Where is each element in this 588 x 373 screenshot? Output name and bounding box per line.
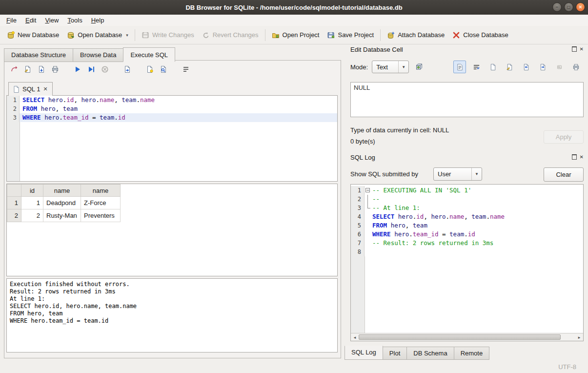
print-icon[interactable] xyxy=(569,61,582,73)
column-header-name2[interactable]: name xyxy=(81,185,121,197)
sql-editor[interactable]: 1 SELECT hero.id, hero.name, team.name 2… xyxy=(6,95,338,182)
cell-editor-area[interactable]: NULL xyxy=(350,82,584,117)
close-button[interactable]: ✕ xyxy=(576,2,585,12)
new-document-icon[interactable] xyxy=(487,61,499,73)
line-number: 2 xyxy=(7,104,20,113)
word-wrap-icon[interactable] xyxy=(470,61,483,73)
sql-file-icon xyxy=(13,86,20,93)
close-database-button[interactable]: Close Database xyxy=(448,29,512,41)
attach-database-button[interactable]: Attach Database xyxy=(383,29,448,41)
cell[interactable]: Z-Force xyxy=(81,197,121,209)
dock-tab-db-schema[interactable]: DB Schema xyxy=(406,347,454,360)
column-header-name1[interactable]: name xyxy=(43,185,81,197)
fold-marker[interactable]: − xyxy=(365,186,371,195)
results-header-row: id name name xyxy=(7,185,121,197)
save-sql-file-icon[interactable] xyxy=(36,63,47,75)
float-panel-icon[interactable] xyxy=(572,46,577,52)
revert-changes-button: Revert Changes xyxy=(198,29,263,41)
scroll-right-icon[interactable]: ▸ xyxy=(575,335,583,340)
write-changes-button: Write Changes xyxy=(138,29,198,41)
save-project-button[interactable]: Save Project xyxy=(323,29,378,41)
open-project-label: Open Project xyxy=(283,31,320,39)
sql-document-tab[interactable]: SQL 1 ✕ xyxy=(8,82,53,96)
cell[interactable]: 1 xyxy=(21,197,43,209)
new-database-button[interactable]: New Database xyxy=(3,29,63,41)
stop-icon xyxy=(99,63,111,75)
window-controls: − ▢ ✕ xyxy=(552,2,585,12)
import-icon[interactable] xyxy=(520,61,532,73)
print-icon[interactable] xyxy=(49,63,61,75)
dock-tab-sql-log[interactable]: SQL Log xyxy=(345,346,383,360)
close-panel-icon[interactable]: ✕ xyxy=(580,155,584,160)
clear-log-button[interactable]: Clear xyxy=(544,167,584,182)
dock-tab-plot[interactable]: Plot xyxy=(383,347,407,360)
titlebar[interactable]: DB Browser for SQLite - /home/user/code/… xyxy=(0,0,588,15)
cell[interactable]: 2 xyxy=(21,209,43,222)
chevron-down-icon: ▼ xyxy=(471,168,482,180)
maximize-button[interactable]: ▢ xyxy=(564,2,573,12)
export-icon[interactable] xyxy=(536,61,549,73)
sql-log-viewer[interactable]: 1 − -- EXECUTING ALL IN 'SQL 1' 2 -- 3 -… xyxy=(350,184,584,341)
open-database-button[interactable]: Open Database ▾ xyxy=(63,29,132,41)
line-number: 3 xyxy=(7,113,20,122)
cell-editor-icons xyxy=(453,61,582,73)
text-mode-icon[interactable] xyxy=(453,61,466,73)
main-toolbar: New Database Open Database ▾ Write Chang… xyxy=(0,26,588,44)
apply-button: Apply xyxy=(544,130,584,144)
float-panel-icon[interactable] xyxy=(572,154,577,160)
menu-tools[interactable]: Tools xyxy=(63,16,86,25)
dock-tab-remote[interactable]: Remote xyxy=(454,347,490,360)
execution-message[interactable]: Execution finished without errors. Resul… xyxy=(6,278,338,352)
open-project-button[interactable]: Open Project xyxy=(268,29,324,41)
log-line: 6 WHERE hero.team_id = team.id xyxy=(351,230,583,239)
log-line: 3 -- At line 1: xyxy=(351,204,583,212)
close-panel-icon[interactable]: ✕ xyxy=(580,47,584,52)
log-filter-label: Show SQL submitted by xyxy=(350,170,418,178)
log-filter-value: User xyxy=(438,170,451,178)
open-project-icon xyxy=(272,31,280,39)
open-file-icon[interactable] xyxy=(503,61,516,73)
table-row: 2 2 Rusty-Man Preventers xyxy=(7,209,121,222)
line-number: 2 xyxy=(351,195,365,204)
sql-tab-close-icon[interactable]: ✕ xyxy=(43,86,47,92)
minimize-button[interactable]: − xyxy=(552,2,562,12)
export-results-icon[interactable] xyxy=(122,63,133,75)
statusbar: UTF-8 xyxy=(0,361,588,373)
tab-database-structure[interactable]: Database Structure xyxy=(4,48,73,62)
row-number-header xyxy=(7,185,21,197)
column-header-id[interactable]: id xyxy=(21,185,43,197)
save-results-icon[interactable] xyxy=(144,63,156,75)
execute-line-icon[interactable] xyxy=(85,63,97,75)
menu-help[interactable]: Help xyxy=(87,16,109,25)
scroll-left-icon[interactable]: ◂ xyxy=(351,335,359,340)
log-filter-combobox[interactable]: User ▼ xyxy=(433,167,482,181)
cell[interactable]: Preventers xyxy=(81,209,121,222)
execute-all-icon[interactable] xyxy=(72,63,83,75)
menu-edit[interactable]: Edit xyxy=(21,16,41,25)
line-number: 4 xyxy=(351,212,365,221)
horizontal-scrollbar[interactable]: ◂ ▸ xyxy=(351,333,583,341)
results-grid[interactable]: id name name 1 1 Deadpond Z-Force 2 2 Ru… xyxy=(6,184,338,276)
mode-combobox[interactable]: Text ▼ xyxy=(372,61,409,73)
toolbar-separator xyxy=(135,29,135,41)
menu-file[interactable]: File xyxy=(2,16,21,25)
cell-settings-icon[interactable] xyxy=(413,61,426,73)
cell[interactable]: Rusty-Man xyxy=(43,209,81,222)
line-number: 3 xyxy=(351,204,365,212)
open-database-dropdown-icon[interactable]: ▾ xyxy=(126,33,128,38)
tab-browse-data[interactable]: Browse Data xyxy=(73,48,123,62)
toolbar-separator xyxy=(265,29,265,41)
scrollbar-thumb[interactable] xyxy=(359,334,561,340)
cell[interactable]: Deadpond xyxy=(43,197,81,209)
open-sql-file-icon[interactable] xyxy=(22,63,34,75)
find-replace-icon[interactable] xyxy=(158,63,169,75)
tab-execute-sql[interactable]: Execute SQL xyxy=(123,47,175,62)
write-changes-label: Write Changes xyxy=(152,31,194,39)
close-database-label: Close Database xyxy=(463,31,508,39)
new-tab-icon[interactable] xyxy=(8,63,20,75)
cell-size-info: 0 byte(s) xyxy=(350,138,375,145)
menu-view[interactable]: View xyxy=(41,16,63,25)
encoding-indicator: UTF-8 xyxy=(558,363,576,371)
word-wrap-icon[interactable] xyxy=(180,63,192,75)
results-table: id name name 1 1 Deadpond Z-Force 2 2 Ru… xyxy=(7,184,121,222)
